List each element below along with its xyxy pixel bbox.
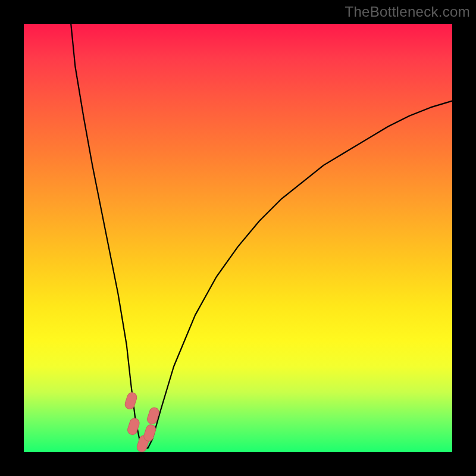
curve-svg: [24, 24, 452, 452]
chart-frame: TheBottleneck.com: [0, 0, 476, 476]
marker-3: [143, 424, 157, 443]
marker-0: [124, 392, 138, 411]
marker-4: [146, 406, 161, 425]
plot-area: [24, 24, 452, 452]
svg-rect-3: [143, 424, 157, 443]
svg-rect-4: [146, 406, 161, 425]
svg-rect-0: [124, 392, 138, 411]
watermark-text: TheBottleneck.com: [345, 4, 470, 20]
bottleneck-curve: [71, 24, 452, 448]
markers-group: [124, 392, 160, 453]
